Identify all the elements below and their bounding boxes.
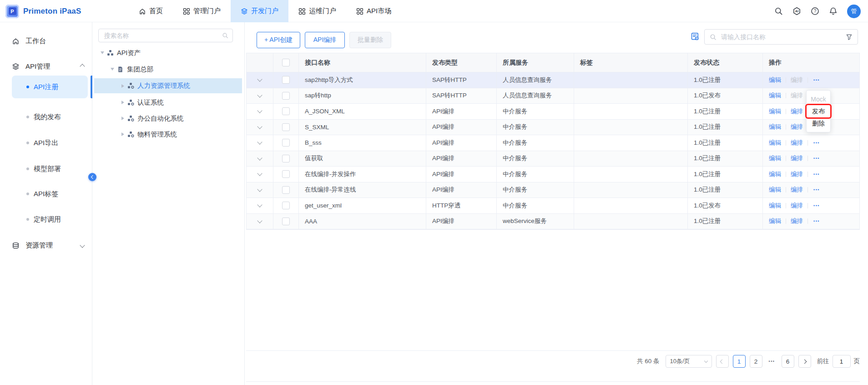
edit-link[interactable]: 编辑 [769,139,781,147]
sidebar-group-api-management[interactable]: API管理 [0,59,92,74]
row-checkbox[interactable] [282,218,290,225]
caret-right-icon[interactable] [121,117,124,120]
expand-chevron-icon[interactable] [257,77,262,82]
edit-link[interactable]: 编辑 [769,170,781,178]
table-row[interactable]: sap2http导入方式 SAP转HTTP 人员信息查询服务 1.0已注册 编辑… [247,72,859,88]
edit-link[interactable]: 编辑 [769,154,781,162]
table-row[interactable]: A_JSON_XML API编排 中介服务 1.0已注册 编辑编排••• [247,104,859,120]
page-button-6[interactable]: 6 [782,355,794,368]
sidebar-item-api-tags[interactable]: API标签 [0,186,92,202]
page-size-select[interactable]: 10条/页 [666,355,712,368]
more-actions-button[interactable]: ••• [813,141,820,145]
menu-item-mock[interactable]: Mock [807,93,830,105]
help-icon[interactable]: ? [811,7,819,15]
api-create-button[interactable]: + API创建 [257,32,300,48]
tree-node-group-hq[interactable]: 集团总部 [111,62,153,76]
brand[interactable]: P Primeton iPaaS [5,0,81,22]
more-actions-button[interactable]: ••• [813,203,820,208]
expand-chevron-icon[interactable] [257,108,262,113]
row-checkbox[interactable] [282,202,290,209]
expand-chevron-icon[interactable] [257,140,262,145]
orchestrate-link[interactable]: 编排 [791,170,803,178]
row-checkbox[interactable] [282,107,290,115]
orchestrate-link[interactable]: 编排 [791,123,803,131]
table-row[interactable]: B_sss API编排 中介服务 1.0已注册 编辑编排••• [247,135,859,151]
search-icon[interactable] [222,32,228,39]
sidebar-group-resource-management[interactable]: 资源管理 [0,238,92,253]
edit-link[interactable]: 编辑 [769,107,781,116]
tree-search-input[interactable] [103,32,222,40]
menu-item-publish[interactable]: 发布 [807,105,830,117]
row-checkbox[interactable] [282,76,290,84]
row-checkbox[interactable] [282,186,290,194]
expand-chevron-icon[interactable] [257,92,262,97]
sidebar-item-my-publish[interactable]: 我的发布 [0,109,92,125]
tree-collapse-button[interactable] [88,173,96,181]
expand-chevron-icon[interactable] [257,187,262,192]
orchestrate-link[interactable]: 编排 [791,154,803,162]
table-row[interactable]: 在线编排-异常连线 API编排 中介服务 1.0已注册 编辑编排••• [247,182,859,198]
edit-link[interactable]: 编辑 [769,217,781,225]
goto-page-input[interactable] [833,355,851,368]
sidebar-item-scheduled-call[interactable]: 定时调用 [0,212,92,227]
table-row[interactable]: 值获取 API编排 中介服务 1.0已注册 编辑编排••• [247,151,859,167]
edit-link[interactable]: 编辑 [769,202,781,210]
expand-chevron-icon[interactable] [257,218,262,223]
bell-icon[interactable] [829,7,838,15]
nav-item-management-portal[interactable]: 管理门户 [173,0,231,22]
batch-delete-button[interactable]: 批量删除 [349,32,391,48]
menu-item-delete[interactable]: 删除 [807,117,830,130]
row-checkbox[interactable] [282,92,290,100]
tree-node-auth-system[interactable]: 认证系统 [121,96,164,109]
list-settings-icon[interactable] [691,32,700,41]
orchestrate-link[interactable]: 编排 [791,186,803,194]
search-icon[interactable] [774,7,783,15]
caret-down-icon[interactable] [101,51,104,54]
page-button-2[interactable]: 2 [750,355,762,368]
nav-item-api-market[interactable]: API市场 [346,0,401,22]
next-page-button[interactable] [798,355,811,368]
edit-link[interactable]: 编辑 [769,186,781,194]
sidebar-item-api-register[interactable]: API注册 [12,76,88,98]
table-row[interactable]: 在线编排-并发操作 API编排 中介服务 1.0已注册 编辑编排••• [247,167,859,182]
caret-right-icon[interactable] [121,132,124,136]
ai-translate-icon[interactable]: AI [792,7,801,15]
more-actions-button[interactable]: ••• [813,156,820,161]
expand-chevron-icon[interactable] [257,155,262,160]
more-actions-button[interactable]: ••• [813,219,820,223]
tree-node-hr-system[interactable]: 人力资源管理系统 [94,78,242,93]
avatar[interactable]: 管 [847,5,861,18]
more-actions-button[interactable]: ••• [813,78,820,82]
row-checkbox[interactable] [282,155,290,162]
sidebar-item-api-export[interactable]: API导出 [0,135,92,151]
nav-item-ops-portal[interactable]: 运维门户 [288,0,346,22]
table-row[interactable]: sap转http SAP转HTTP 人员信息查询服务 1.0已发布 编辑编排••… [247,88,859,104]
prev-page-button[interactable] [716,355,729,368]
more-actions-button[interactable]: ••• [813,172,820,177]
tree-node-material-system[interactable]: 物料管理系统 [121,127,177,141]
tree-node-oa-system[interactable]: 办公自动化系统 [121,111,184,125]
nav-item-dev-portal[interactable]: 开发门户 [231,0,288,22]
edit-link[interactable]: 编辑 [769,76,781,84]
filter-funnel-icon[interactable] [846,34,853,41]
page-button-1[interactable]: 1 [733,355,746,368]
table-row[interactable]: get_user_xml HTTP穿透 中介服务 1.0已发布 编辑编排••• [247,198,859,214]
caret-down-icon[interactable] [111,68,114,71]
nav-item-home[interactable]: 首页 [129,0,173,22]
edit-link[interactable]: 编辑 [769,123,781,131]
api-search-input[interactable] [720,33,846,41]
row-checkbox[interactable] [282,123,290,131]
more-actions-button[interactable]: ••• [813,187,820,192]
orchestrate-link[interactable]: 编排 [791,76,803,84]
api-orchestrate-button[interactable]: API编排 [305,32,345,48]
expand-chevron-icon[interactable] [257,203,262,208]
edit-link[interactable]: 编辑 [769,91,781,100]
row-checkbox[interactable] [282,170,290,178]
table-row[interactable]: AAA API编排 webService服务 1.0已注册 编辑编排••• [247,214,859,230]
sidebar-item-model-deploy[interactable]: 模型部署 [0,161,92,177]
expand-chevron-icon[interactable] [257,171,262,176]
caret-right-icon[interactable] [121,84,124,88]
orchestrate-link[interactable]: 编排 [791,91,803,100]
table-row[interactable]: S_SXML API编排 中介服务 1.0已注册 编辑编排••• [247,120,859,136]
row-checkbox[interactable] [282,139,290,147]
